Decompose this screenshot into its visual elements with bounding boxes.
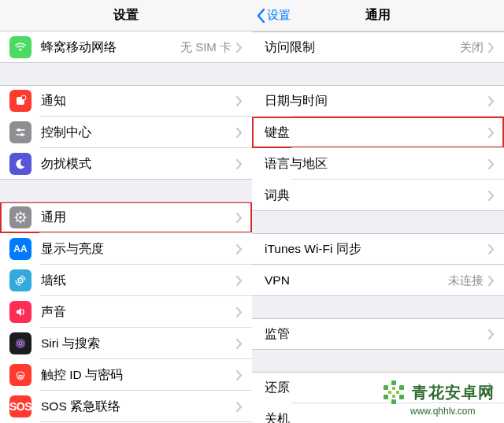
chevron-right-icon: [236, 339, 243, 349]
settings-pane-left: 设置 蜂窝移动网络 无 SIM 卡 通知: [0, 0, 252, 423]
chevron-right-icon: [236, 307, 243, 317]
svg-point-0: [19, 48, 21, 50]
row-language-region[interactable]: 语言与地区: [252, 148, 504, 180]
settings-list-left: 蜂窝移动网络 无 SIM 卡 通知 控制中心: [0, 32, 252, 423]
siri-icon: [9, 332, 32, 354]
row-label: 勿扰模式: [41, 156, 236, 173]
cellular-icon: [9, 36, 32, 58]
row-label: 触控 ID 与密码: [41, 367, 236, 384]
nav-back-label: 设置: [267, 8, 291, 23]
row-label: 还原: [265, 380, 488, 396]
row-datetime[interactable]: 日期与时间: [252, 85, 504, 117]
dnd-icon: [9, 153, 32, 175]
chevron-right-icon: [488, 43, 495, 53]
row-display[interactable]: AA 显示与亮度: [0, 233, 252, 265]
svg-point-10: [18, 341, 24, 347]
control-center-icon: [9, 121, 32, 143]
chevron-right-icon: [236, 96, 243, 106]
svg-point-4: [20, 133, 24, 136]
row-label: 通用: [41, 210, 236, 226]
row-label: 声音: [41, 304, 236, 321]
row-supervision[interactable]: 监管: [252, 318, 504, 350]
nav-title-right: 通用: [365, 7, 391, 24]
chevron-right-icon: [488, 96, 495, 106]
chevron-right-icon: [236, 159, 243, 169]
row-reset[interactable]: 还原: [252, 372, 504, 403]
general-icon: [9, 206, 32, 228]
display-icon: AA: [9, 238, 32, 260]
chevron-right-icon: [236, 43, 243, 53]
svg-point-3: [17, 128, 20, 132]
row-label: 通知: [41, 93, 236, 109]
chevron-right-icon: [236, 128, 243, 138]
sos-icon: SOS: [9, 395, 32, 417]
touchid-icon: [9, 364, 32, 386]
row-label: VPN: [265, 273, 448, 288]
row-label: 控制中心: [41, 124, 236, 141]
row-restrictions[interactable]: 访问限制 关闭: [252, 32, 504, 63]
row-control-center[interactable]: 控制中心: [0, 117, 252, 148]
svg-point-8: [20, 280, 21, 281]
chevron-right-icon: [236, 370, 243, 380]
wallpaper-icon: [9, 269, 32, 291]
row-label: 显示与亮度: [41, 241, 236, 258]
row-detail: 无 SIM 卡: [180, 40, 232, 55]
row-itunes-sync[interactable]: iTunes Wi-Fi 同步: [252, 233, 504, 265]
row-label: 墙纸: [41, 273, 236, 289]
chevron-right-icon: [488, 383, 495, 393]
nav-back-button[interactable]: 设置: [257, 8, 291, 23]
row-label: 监管: [265, 326, 488, 343]
svg-point-11: [19, 342, 22, 345]
row-detail: 关闭: [460, 40, 484, 55]
row-detail: 未连接: [448, 273, 484, 288]
row-label: SOS 紧急联络: [41, 399, 236, 415]
row-dictionary[interactable]: 词典: [252, 180, 504, 211]
chevron-right-icon: [488, 329, 495, 340]
nav-title-left: 设置: [113, 7, 139, 24]
row-wallpaper[interactable]: 墙纸: [0, 265, 252, 296]
chevron-right-icon: [488, 191, 495, 201]
row-general[interactable]: 通用: [0, 202, 252, 233]
row-keyboard[interactable]: 键盘: [252, 117, 504, 148]
chevron-right-icon: [236, 213, 243, 223]
row-touchid[interactable]: 触控 ID 与密码: [0, 359, 252, 391]
row-label: 访问限制: [265, 39, 460, 56]
row-label: 语言与地区: [265, 156, 488, 173]
row-label: 键盘: [265, 124, 488, 141]
general-pane-right: 设置 通用 访问限制 关闭 日期与时间 键盘 语言与地区: [252, 0, 504, 423]
chevron-right-icon: [236, 276, 243, 286]
chevron-right-icon: [488, 244, 495, 254]
row-siri[interactable]: Siri 与搜索: [0, 328, 252, 359]
svg-point-6: [19, 216, 22, 219]
chevron-right-icon: [236, 244, 243, 254]
sound-icon: [9, 301, 32, 323]
row-label: iTunes Wi-Fi 同步: [265, 241, 488, 258]
row-notifications[interactable]: 通知: [0, 85, 252, 117]
chevron-right-icon: [236, 402, 243, 412]
navbar-right: 设置 通用: [252, 0, 504, 32]
row-cellular[interactable]: 蜂窝移动网络 无 SIM 卡: [0, 32, 252, 63]
row-shutdown[interactable]: 关机: [252, 403, 504, 423]
chevron-right-icon: [488, 159, 495, 169]
row-label: Siri 与搜索: [41, 336, 236, 352]
row-label: 关机: [265, 411, 495, 424]
chevron-left-icon: [257, 9, 265, 23]
row-sound[interactable]: 声音: [0, 296, 252, 328]
navbar-left: 设置: [0, 0, 252, 32]
row-vpn[interactable]: VPN 未连接: [252, 265, 504, 296]
general-list-right: 访问限制 关闭 日期与时间 键盘 语言与地区 词典: [252, 32, 504, 423]
chevron-right-icon: [488, 128, 495, 138]
row-sos[interactable]: SOS SOS 紧急联络: [0, 391, 252, 422]
row-label: 日期与时间: [265, 93, 488, 109]
row-label: 词典: [265, 187, 488, 204]
svg-point-2: [21, 95, 26, 100]
notifications-icon: [9, 90, 32, 112]
row-label: 蜂窝移动网络: [41, 39, 180, 56]
row-dnd[interactable]: 勿扰模式: [0, 148, 252, 180]
chevron-right-icon: [488, 276, 495, 286]
